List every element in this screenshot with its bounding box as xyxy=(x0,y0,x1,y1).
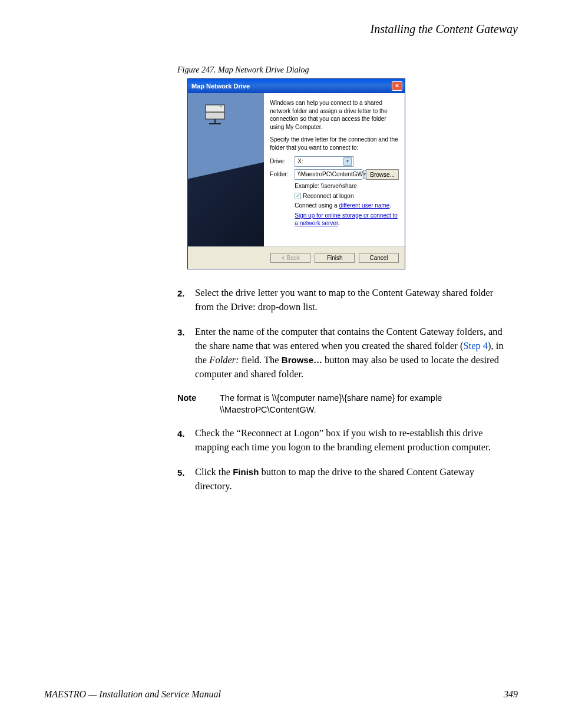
step-number: 2. xyxy=(177,286,195,314)
reconnect-row[interactable]: ✓Reconnect at logon xyxy=(295,192,399,200)
footer-title: MAESTRO — Installation and Service Manua… xyxy=(44,689,221,700)
step-text: Enter the name of the computer that cont… xyxy=(195,325,512,381)
example-text: Example: \\server\share xyxy=(295,182,399,190)
signup-link[interactable]: Sign up for online storage or connect to… xyxy=(295,212,398,227)
svg-rect-2 xyxy=(220,106,222,107)
figure-caption: Figure 247. Map Network Drive Dialog xyxy=(177,65,518,75)
reconnect-label: Reconnect at logon xyxy=(303,193,353,199)
step-text: Select the drive letter you want to map … xyxy=(195,286,512,314)
step4-link[interactable]: Step 4 xyxy=(463,340,488,351)
folder-input[interactable]: \\MaestroPC\ContentGW ▾ xyxy=(295,169,362,180)
folder-value: \\MaestroPC\ContentGW xyxy=(297,170,363,179)
note-text: The format is \\{computer name}\{share n… xyxy=(220,392,512,416)
note-label: Note xyxy=(177,392,220,416)
drive-select[interactable]: X: ▾ xyxy=(295,156,353,167)
folder-label: Folder: xyxy=(270,170,295,179)
step-number: 5. xyxy=(177,465,195,493)
step-5: 5. Click the Finish button to map the dr… xyxy=(177,465,512,493)
browse-button[interactable]: Browse... xyxy=(366,169,399,180)
step-number: 3. xyxy=(177,325,195,381)
drive-label: Drive: xyxy=(270,157,295,166)
svg-rect-0 xyxy=(206,112,224,119)
dialog-title: Map Network Drive xyxy=(191,83,250,90)
step-text: Click the Finish button to map the drive… xyxy=(195,465,512,493)
network-drive-icon xyxy=(202,100,230,129)
dialog-sidebar-image xyxy=(188,93,264,246)
step-3: 3. Enter the name of the computer that c… xyxy=(177,325,512,381)
note: Note The format is \\{computer name}\{sh… xyxy=(177,392,512,416)
page-footer: MAESTRO — Installation and Service Manua… xyxy=(44,689,518,700)
dialog-titlebar: Map Network Drive × xyxy=(188,79,405,93)
close-icon[interactable]: × xyxy=(392,81,402,91)
step-4: 4. Check the “Reconnect at Logon” box if… xyxy=(177,426,512,454)
finish-button[interactable]: Finish xyxy=(315,253,355,263)
page-number: 349 xyxy=(504,689,518,700)
section-header: Installing the Content Gateway xyxy=(44,22,518,36)
dialog-intro-2: Specify the drive letter for the connect… xyxy=(270,136,399,151)
drive-value: X: xyxy=(297,157,303,166)
connect-using-row: Connect using a different user name. xyxy=(295,202,399,210)
reconnect-checkbox[interactable]: ✓ xyxy=(295,193,301,199)
step-text: Check the “Reconnect at Logon” box if yo… xyxy=(195,426,512,454)
dialog-intro-1: Windows can help you connect to a shared… xyxy=(270,99,399,131)
cancel-button[interactable]: Cancel xyxy=(359,253,399,263)
step-2: 2. Select the drive letter you want to m… xyxy=(177,286,512,314)
step-number: 4. xyxy=(177,426,195,454)
dialog-screenshot: Map Network Drive × xyxy=(187,78,518,269)
different-user-link[interactable]: different user name xyxy=(339,202,389,209)
back-button: < Back xyxy=(270,253,310,263)
dialog-footer: < Back Finish Cancel xyxy=(188,246,405,269)
svg-rect-1 xyxy=(206,105,224,112)
chevron-down-icon[interactable]: ▾ xyxy=(343,157,352,166)
